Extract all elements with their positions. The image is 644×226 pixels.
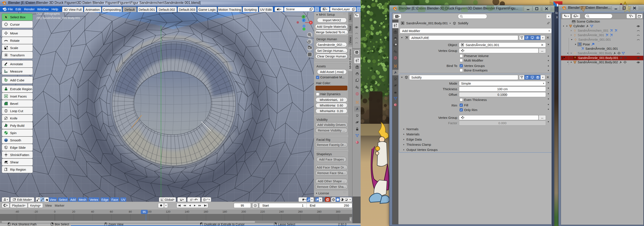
svg-text:Z: Z: [303, 19, 304, 22]
svg-text:User Orthographic: User Orthographic: [36, 12, 60, 15]
svg-text:Y: Y: [303, 16, 304, 18]
svg-text:(95) SandmÃ¤nnle_001:Body.001: (95) SandmÃ¤nnle_001:Body.001: [36, 16, 80, 20]
svg-text:X: X: [310, 21, 312, 24]
